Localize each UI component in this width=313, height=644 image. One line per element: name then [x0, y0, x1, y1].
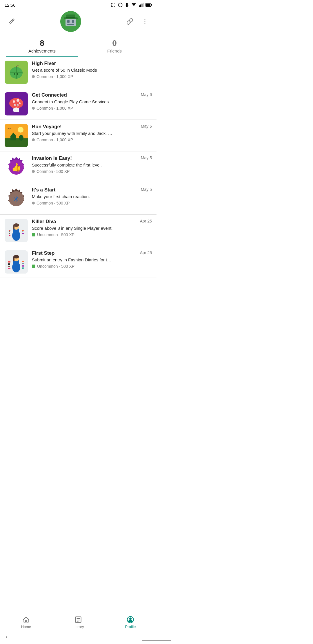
stats-row: 8 Achievements 0 Friends — [0, 35, 156, 53]
achievement-desc-7: Submit an entry in Fashion Diaries for t… — [32, 257, 152, 263]
achievement-content-7: First Step Apr 25 Submit an entry in Fas… — [32, 250, 152, 269]
svg-point-51 — [18, 127, 23, 133]
svg-point-55 — [19, 135, 23, 141]
tab-indicator-achievements — [6, 56, 78, 57]
achievement-item-2[interactable]: Get Connected May 6 Connect to Google Pl… — [0, 88, 156, 120]
achievement-content-1: High Fiver Get a score of 50 in Classic … — [32, 61, 152, 79]
svg-rect-85 — [22, 261, 24, 262]
achievement-desc-5: Make your first chain reaction. — [32, 194, 152, 200]
svg-rect-17 — [139, 6, 140, 7]
svg-rect-70 — [9, 233, 10, 234]
svg-rect-4 — [111, 3, 112, 4]
svg-rect-27 — [72, 20, 74, 23]
vibrate-icon — [125, 2, 129, 8]
no-disturb-icon — [118, 2, 123, 8]
rarity-dot-5 — [32, 202, 35, 205]
achievement-date-3: May 6 — [141, 124, 152, 129]
tab-indicator-friends — [78, 56, 151, 57]
achievement-item-6[interactable]: Killer Diva Apr 25 Score above 8 in any … — [0, 215, 156, 246]
svg-rect-18 — [140, 5, 141, 7]
rarity-text-4: Common · 500 XP — [37, 169, 70, 174]
svg-rect-72 — [22, 230, 24, 231]
avatar — [60, 11, 81, 32]
svg-rect-81 — [8, 261, 10, 263]
svg-point-37 — [17, 73, 18, 75]
more-options-button[interactable]: ⋮ — [139, 16, 151, 27]
achievement-content-4: Invasion is Easy! May 5 Successfully com… — [32, 155, 152, 174]
friends-count: 0 — [78, 39, 151, 48]
svg-point-46 — [14, 104, 15, 105]
svg-rect-7 — [115, 6, 115, 7]
status-time: 12:56 — [5, 3, 16, 8]
svg-rect-43 — [13, 108, 19, 112]
tab-indicator-row — [0, 56, 156, 57]
achievement-title-6: Killer Diva — [32, 219, 138, 225]
rarity-dot-6 — [32, 233, 35, 236]
achievement-item-7[interactable]: First Step Apr 25 Submit an entry in Fas… — [0, 246, 156, 278]
achievement-item-1[interactable]: High Fiver Get a score of 50 in Classic … — [0, 57, 156, 88]
svg-rect-71 — [9, 235, 10, 236]
status-icons — [111, 2, 152, 8]
svg-rect-88 — [22, 267, 24, 269]
svg-rect-28 — [67, 24, 74, 25]
svg-rect-6 — [111, 6, 112, 7]
svg-point-39 — [9, 98, 23, 108]
rarity-text-6: Uncommon · 500 XP — [37, 232, 74, 237]
achievements-count: 8 — [6, 39, 78, 48]
achievement-date-2: May 6 — [141, 92, 152, 97]
achievement-desc-2: Connect to Google Play Game Services. — [32, 99, 152, 105]
wifi-icon — [131, 2, 137, 8]
svg-rect-68 — [9, 230, 10, 231]
svg-text:👍: 👍 — [11, 162, 21, 172]
achievement-date-7: Apr 25 — [140, 250, 152, 255]
achievement-content-3: Bon Voyage! May 6 Start your journey wit… — [32, 124, 152, 142]
top-bar: ⋮ — [0, 9, 156, 35]
rarity-text-3: Common · 1,000 XP — [37, 138, 73, 142]
rarity-text-1: Common · 1,000 XP — [37, 74, 73, 79]
svg-rect-87 — [22, 265, 24, 267]
rarity-dot-4 — [32, 170, 35, 173]
achievement-img-1 — [5, 61, 28, 84]
achievement-item-3[interactable]: Bon Voyage! May 6 Start your journey wit… — [0, 120, 156, 151]
svg-rect-74 — [22, 233, 24, 234]
achievement-date-6: Apr 25 — [140, 219, 152, 223]
svg-rect-83 — [8, 266, 10, 267]
achievement-title-3: Bon Voyage! — [32, 124, 139, 130]
achievement-item-4[interactable]: 👍 Invasion is Easy! May 5 Successfully c… — [0, 151, 156, 183]
status-bar: 12:56 — [0, 0, 156, 9]
link-button[interactable] — [124, 16, 136, 27]
svg-rect-25 — [65, 19, 76, 26]
screenshot-status-icon — [111, 2, 116, 8]
achievement-desc-1: Get a score of 50 in Classic Mode — [32, 67, 152, 73]
rarity-dot-1 — [32, 75, 35, 78]
svg-point-40 — [13, 100, 15, 103]
achievements-stat[interactable]: 8 Achievements — [6, 39, 78, 53]
rarity-dot-3 — [32, 138, 35, 141]
svg-rect-19 — [142, 4, 143, 7]
achievement-img-2 — [5, 92, 28, 115]
svg-rect-5 — [115, 3, 115, 4]
achievement-item-5[interactable]: ✳ It's a Start May 5 Make your first cha… — [0, 183, 156, 215]
svg-rect-52 — [10, 136, 16, 140]
svg-rect-10 — [126, 3, 128, 7]
rarity-text-7: Uncommon · 500 XP — [37, 264, 74, 269]
battery-icon — [145, 3, 152, 7]
svg-rect-84 — [8, 268, 10, 269]
avatar-image — [60, 11, 81, 32]
top-bar-actions: ⋮ — [124, 16, 151, 27]
achievement-date-4: May 5 — [141, 155, 152, 160]
friends-stat[interactable]: 0 Friends — [78, 39, 151, 53]
achievements-list: High Fiver Get a score of 50 in Classic … — [0, 57, 156, 310]
svg-rect-69 — [9, 231, 10, 232]
svg-rect-73 — [22, 231, 23, 232]
achievement-title-7: First Step — [32, 250, 138, 256]
achievement-img-5: ✳ — [5, 187, 28, 210]
svg-rect-23 — [151, 4, 152, 6]
achievement-date-5: May 5 — [141, 187, 152, 192]
edit-button[interactable] — [6, 16, 17, 27]
achievement-desc-4: Successfully complete the first level. — [32, 162, 152, 168]
svg-point-36 — [14, 73, 15, 75]
achievement-content-2: Get Connected May 6 Connect to Google Pl… — [32, 92, 152, 111]
svg-point-47 — [17, 104, 18, 105]
achievement-desc-3: Start your journey with Emily and Jack. … — [32, 131, 152, 136]
